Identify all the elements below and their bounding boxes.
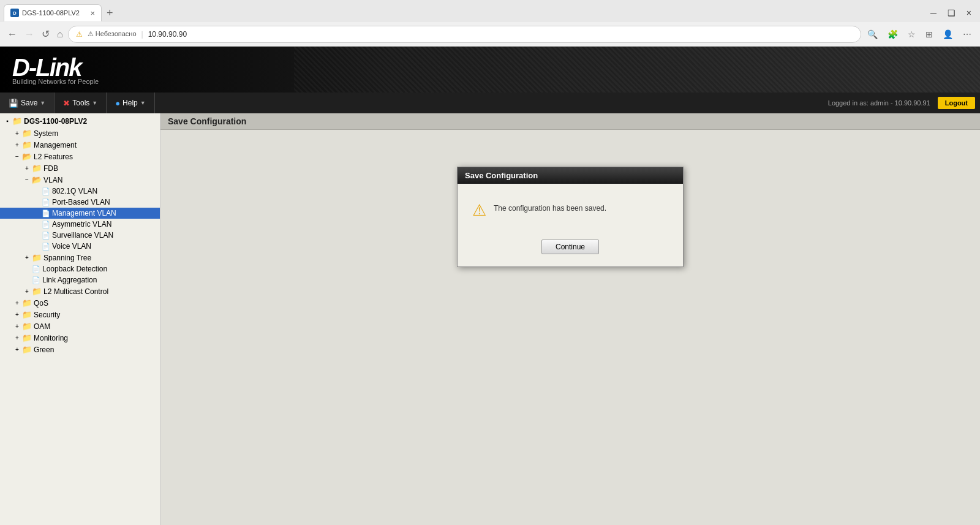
voicevlan-page-icon: 📄 — [42, 243, 50, 251]
extensions-button[interactable]: 🧩 — [884, 28, 902, 40]
sidebar: ▪ 📁 DGS-1100-08PLV2 + 📁 System + 📁 Manag… — [0, 113, 160, 525]
logged-in-text: Logged in as: admin - 10.90.90.91 — [821, 99, 938, 107]
sidebar-item-voicevlan[interactable]: 📄 Voice VLAN — [0, 241, 160, 252]
tools-menu-item[interactable]: ✖ Tools ▼ — [55, 93, 107, 113]
main-area: ▪ 📁 DGS-1100-08PLV2 + 📁 System + 📁 Manag… — [0, 113, 980, 525]
help-icon: ● — [115, 99, 120, 108]
tools-icon: ✖ — [63, 99, 70, 108]
sidebar-item-monitoring[interactable]: + 📁 Monitoring — [0, 332, 160, 344]
sidebar-item-fdb[interactable]: + 📁 FDB — [0, 162, 160, 174]
modal-message-text: The configuration has been saved. — [494, 201, 606, 213]
sidebar-item-security[interactable]: + 📁 Security — [0, 309, 160, 320]
profile-button[interactable]: 👤 — [939, 28, 957, 40]
help-menu-item[interactable]: ● Help ▼ — [107, 93, 154, 113]
sidebar-item-system[interactable]: + 📁 System — [0, 127, 160, 139]
toolbar: 💾 Save ▼ ✖ Tools ▼ ● Help ▼ Logged in as… — [0, 93, 980, 113]
security-warning-icon: ⚠ — [76, 30, 83, 39]
8021q-page-icon: 📄 — [42, 187, 50, 195]
mgmtvlan-page-icon: 📄 — [42, 210, 50, 217]
l2multicast-label: L2 Multicast Control — [43, 287, 108, 296]
fdb-folder-icon: 📁 — [32, 164, 42, 173]
sidebar-item-oam[interactable]: + 📁 OAM — [0, 320, 160, 332]
active-tab[interactable]: D DGS-1100-08PLV2 × — [4, 4, 102, 21]
help-label: Help — [123, 99, 138, 107]
sidebar-item-loopback[interactable]: 📄 Loopback Detection — [0, 263, 160, 274]
security-label: Security — [34, 311, 60, 319]
menu-button[interactable]: ⋯ — [959, 28, 975, 40]
sidebar-item-spanningtree[interactable]: + 📁 Spanning Tree — [0, 252, 160, 263]
sidebar-item-portbased[interactable]: 📄 Port-Based VLAN — [0, 197, 160, 208]
l2features-toggle-icon: − — [12, 153, 22, 160]
fdb-toggle-icon: + — [22, 165, 32, 172]
qos-label: QoS — [34, 299, 48, 308]
tab-favicon: D — [10, 9, 19, 17]
sidebar-item-qos[interactable]: + 📁 QoS — [0, 297, 160, 309]
sidebar-root[interactable]: ▪ 📁 DGS-1100-08PLV2 — [0, 115, 160, 127]
refresh-button[interactable]: ↺ — [39, 27, 52, 41]
modal-overlay: Save Configuration ⚠ The configuration h… — [160, 130, 980, 436]
collections-button[interactable]: ⊞ — [922, 28, 937, 40]
root-label: DGS-1100-08PLV2 — [24, 117, 87, 126]
modal-footer: Continue — [458, 240, 683, 266]
sidebar-item-mgmtvlan[interactable]: 📄 Management VLAN — [0, 208, 160, 219]
survvlan-page-icon: 📄 — [42, 232, 50, 240]
fdb-label: FDB — [43, 164, 58, 173]
mgmtvlan-label: Management VLAN — [52, 209, 116, 217]
survvlan-label: Surveillance VLAN — [52, 231, 113, 240]
l2multicast-folder-icon: 📁 — [32, 287, 42, 296]
home-button[interactable]: ⌂ — [55, 28, 66, 41]
search-browser-icon[interactable]: 🔍 — [864, 28, 881, 40]
oam-toggle-icon: + — [12, 323, 22, 330]
oam-label: OAM — [34, 322, 50, 331]
sidebar-item-vlan[interactable]: − 📂 VLAN — [0, 174, 160, 186]
sidebar-item-l2multicast[interactable]: + 📁 L2 Multicast Control — [0, 285, 160, 297]
modal-header: Save Configuration — [458, 167, 683, 184]
tools-label: Tools — [72, 99, 89, 107]
back-button[interactable]: ← — [5, 28, 20, 41]
portbased-page-icon: 📄 — [42, 198, 50, 206]
monitoring-toggle-icon: + — [12, 334, 22, 341]
l2features-folder-icon: 📂 — [22, 152, 32, 161]
system-folder-icon: 📁 — [22, 129, 32, 138]
vlan-toggle-icon: − — [22, 176, 32, 183]
new-tab-button[interactable]: + — [102, 4, 118, 22]
tab-close-icon[interactable]: × — [90, 9, 95, 18]
browser-chrome: D DGS-1100-08PLV2 × + ─ ❑ × ← → ↺ ⌂ ⚠ ⚠ … — [0, 0, 980, 47]
loopback-label: Loopback Detection — [42, 265, 107, 273]
spanningtree-label: Spanning Tree — [43, 254, 91, 262]
favorites-button[interactable]: ☆ — [904, 28, 919, 40]
dlink-logo-sub: Building Networks for People — [12, 78, 99, 85]
sidebar-item-linkagg[interactable]: 📄 Link Aggregation — [0, 274, 160, 285]
save-menu-item[interactable]: 💾 Save ▼ — [0, 93, 55, 113]
address-input[interactable]: ⚠ ⚠ Небезопасно | 10.90.90.90 — [68, 26, 861, 43]
close-button[interactable]: × — [962, 7, 976, 19]
sidebar-item-green[interactable]: + 📁 Green — [0, 344, 160, 355]
maximize-button[interactable]: ❑ — [943, 7, 960, 19]
minimize-button[interactable]: ─ — [925, 7, 941, 19]
linkagg-label: Link Aggregation — [42, 276, 97, 284]
management-folder-icon: 📁 — [22, 140, 32, 149]
tab-bar: D DGS-1100-08PLV2 × + ─ ❑ × — [0, 0, 980, 22]
dlink-logo: D-Link Building Networks for People — [12, 54, 99, 85]
app-wrapper: D-Link Building Networks for People 💾 Sa… — [0, 47, 980, 525]
system-toggle-icon: + — [12, 130, 22, 137]
page-title-bar: Save Configuration — [160, 113, 980, 130]
logout-button[interactable]: Logout — [938, 97, 975, 109]
modal-message-row: ⚠ The configuration has been saved. — [472, 201, 668, 220]
address-warning-text: ⚠ Небезопасно — [88, 30, 137, 38]
address-separator: | — [141, 30, 143, 39]
help-arrow-icon: ▼ — [140, 100, 146, 106]
sidebar-item-l2features[interactable]: − 📂 L2 Features — [0, 151, 160, 162]
sidebar-item-8021q[interactable]: 📄 802.1Q VLAN — [0, 186, 160, 197]
green-folder-icon: 📁 — [22, 345, 32, 354]
oam-folder-icon: 📁 — [22, 322, 32, 331]
sidebar-item-management[interactable]: + 📁 Management — [0, 139, 160, 151]
system-label: System — [34, 129, 58, 138]
sidebar-item-asymvlan[interactable]: 📄 Asymmetric VLAN — [0, 219, 160, 230]
monitoring-label: Monitoring — [34, 334, 68, 342]
forward-button[interactable]: → — [22, 28, 37, 41]
continue-button[interactable]: Continue — [541, 240, 599, 254]
content-body: Save Configuration ⚠ The configuration h… — [160, 130, 980, 436]
sidebar-item-survvlan[interactable]: 📄 Surveillance VLAN — [0, 230, 160, 241]
save-icon: 💾 — [9, 99, 18, 108]
